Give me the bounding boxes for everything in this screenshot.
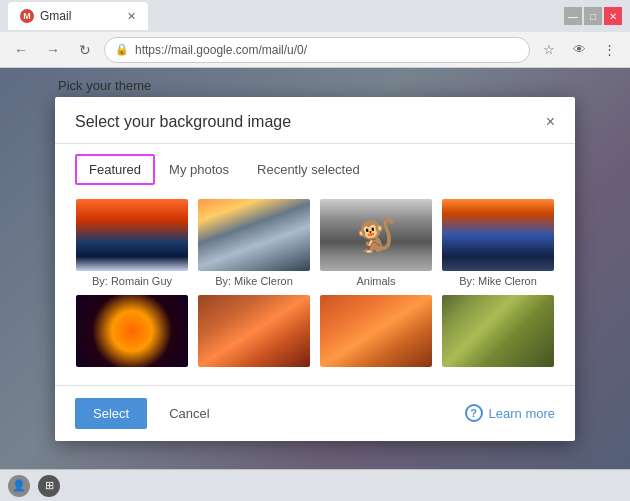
image-thumb-1[interactable] [76, 199, 188, 271]
tab-featured[interactable]: Featured [75, 154, 155, 185]
list-item[interactable] [319, 295, 433, 371]
browser-bottom-bar: 👤 ⊞ [0, 469, 630, 501]
browser-window: M Gmail ✕ — □ ✕ ← → ↻ 🔒 https://mail.goo… [0, 0, 630, 501]
browser-toolbar: ← → ↻ 🔒 https://mail.google.com/mail/u/0… [0, 32, 630, 68]
help-icon: ? [465, 404, 483, 422]
eye-icon[interactable]: 👁 [566, 37, 592, 63]
browser-titlebar: M Gmail ✕ — □ ✕ [0, 0, 630, 32]
toolbar-icons: ☆ 👁 ⋮ [536, 37, 622, 63]
list-item[interactable]: By: Mike Cleron [197, 199, 311, 287]
list-item[interactable]: By: Mike Cleron [441, 199, 555, 287]
list-item[interactable] [197, 295, 311, 371]
reload-button[interactable]: ↻ [72, 37, 98, 63]
modal-dialog: Select your background image × Featured … [55, 97, 575, 441]
menu-icon[interactable]: ⋮ [596, 37, 622, 63]
close-button[interactable]: ✕ [604, 7, 622, 25]
list-item[interactable]: By: Romain Guy [75, 199, 189, 287]
modal-overlay: Select your background image × Featured … [0, 68, 630, 469]
image-thumb-7[interactable] [320, 295, 432, 367]
cancel-button[interactable]: Cancel [155, 398, 223, 429]
window-controls: — □ ✕ [564, 7, 622, 25]
image-label-2: By: Mike Cleron [215, 275, 293, 287]
address-bar[interactable]: 🔒 https://mail.google.com/mail/u/0/ [104, 37, 530, 63]
image-grid: By: Romain Guy By: Mike Cleron 🐒 Animals [55, 185, 575, 385]
tab-close-icon[interactable]: ✕ [127, 10, 136, 23]
image-thumb-6[interactable] [198, 295, 310, 367]
image-label-1: By: Romain Guy [92, 275, 172, 287]
list-item[interactable] [441, 295, 555, 371]
learn-more-label: Learn more [489, 406, 555, 421]
list-item[interactable]: 🐒 Animals [319, 199, 433, 287]
address-text: https://mail.google.com/mail/u/0/ [135, 43, 519, 57]
apps-icon[interactable]: ⊞ [38, 475, 60, 497]
image-thumb-3[interactable]: 🐒 [320, 199, 432, 271]
forward-button[interactable]: → [40, 37, 66, 63]
modal-footer: Select Cancel ? Learn more [55, 385, 575, 441]
image-label-3: Animals [356, 275, 395, 287]
image-thumb-5[interactable] [76, 295, 188, 367]
list-item[interactable] [75, 295, 189, 371]
modal-tabs: Featured My photos Recently selected [55, 144, 575, 185]
image-thumb-4[interactable] [442, 199, 554, 271]
tab-favicon: M [20, 9, 34, 23]
user-account-icon[interactable]: 👤 [8, 475, 30, 497]
tab-recently-selected[interactable]: Recently selected [243, 154, 374, 185]
select-button[interactable]: Select [75, 398, 147, 429]
image-thumb-8[interactable] [442, 295, 554, 367]
bookmark-icon[interactable]: ☆ [536, 37, 562, 63]
tab-title: Gmail [40, 9, 71, 23]
browser-tab[interactable]: M Gmail ✕ [8, 2, 148, 30]
minimize-button[interactable]: — [564, 7, 582, 25]
secure-icon: 🔒 [115, 43, 129, 56]
learn-more-link[interactable]: ? Learn more [465, 404, 555, 422]
tab-my-photos[interactable]: My photos [155, 154, 243, 185]
back-button[interactable]: ← [8, 37, 34, 63]
monkey-emoji: 🐒 [356, 219, 396, 251]
maximize-button[interactable]: □ [584, 7, 602, 25]
modal-header: Select your background image × [55, 97, 575, 144]
modal-title: Select your background image [75, 113, 291, 131]
page-content: Pick your theme Select your background i… [0, 68, 630, 469]
image-label-4: By: Mike Cleron [459, 275, 537, 287]
image-thumb-2[interactable] [198, 199, 310, 271]
footer-actions: Select Cancel [75, 398, 224, 429]
modal-close-button[interactable]: × [546, 114, 555, 130]
